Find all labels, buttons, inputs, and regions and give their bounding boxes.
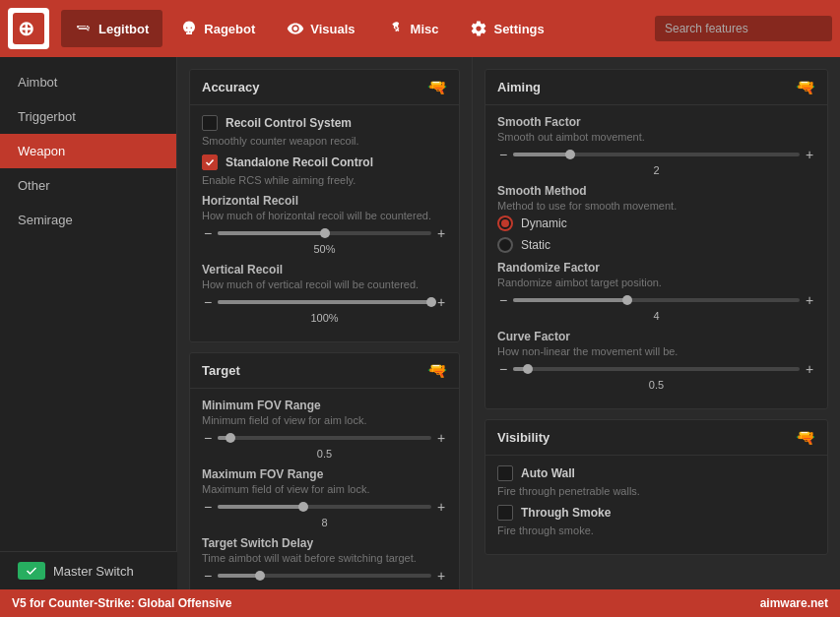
min-fov-bar[interactable]: [218, 436, 431, 440]
auto-wall-checkbox[interactable]: [497, 465, 513, 481]
vertical-recoil-plus[interactable]: +: [435, 294, 447, 310]
smooth-factor-label: Smooth Factor: [497, 115, 815, 129]
vertical-recoil-value: 100%: [202, 312, 447, 324]
tab-visuals-label: Visuals: [310, 22, 355, 36]
accuracy-body: Recoil Control System Smoothly counter w…: [190, 105, 459, 341]
sidebar-item-aimbot[interactable]: Aimbot: [0, 65, 176, 99]
status-bar: V5 for Counter-Strike: Global Offensive …: [0, 589, 840, 617]
target-header: Target 🔫: [190, 353, 459, 389]
target-body: Minimum FOV Range Minimum field of view …: [190, 389, 459, 589]
through-smoke-row: Through Smoke: [497, 505, 815, 521]
recoil-control-row: Recoil Control System: [202, 115, 447, 131]
horizontal-recoil-minus[interactable]: −: [202, 225, 214, 241]
status-bar-right: aimware.net: [760, 596, 828, 610]
master-switch-toggle[interactable]: [18, 562, 45, 580]
radio-dynamic[interactable]: [497, 216, 513, 231]
horizontal-recoil-bar[interactable]: [218, 231, 431, 235]
wrench-icon: [387, 20, 405, 37]
smooth-factor-bar[interactable]: [513, 153, 800, 156]
radio-static[interactable]: [497, 237, 513, 253]
accuracy-section: Accuracy 🔫 Recoil Control System Smoothl…: [189, 69, 460, 342]
max-fov-plus[interactable]: +: [435, 499, 447, 515]
auto-wall-desc: Fire through penetrable walls.: [497, 485, 815, 497]
vertical-recoil-minus[interactable]: −: [202, 294, 214, 310]
min-fov-minus[interactable]: −: [202, 430, 214, 446]
logo: ⊕: [8, 8, 49, 49]
max-fov-slider: Maximum FOV Range Maximum field of view …: [202, 467, 447, 528]
visibility-gun-icon: 🔫: [796, 428, 815, 447]
randomize-factor-plus[interactable]: +: [804, 292, 815, 308]
curve-factor-minus[interactable]: −: [497, 361, 509, 377]
auto-wall-row: Auto Wall: [497, 465, 815, 481]
target-gun-icon: 🔫: [427, 361, 447, 380]
skull-icon: [180, 20, 198, 37]
max-fov-desc: Maximum field of view for aim lock.: [202, 483, 447, 495]
content-area: Accuracy 🔫 Recoil Control System Smoothl…: [177, 57, 840, 589]
main-layout: Aimbot Triggerbot Weapon Other Semirage …: [0, 57, 840, 589]
randomize-factor-slider: Randomize Factor Randomize aimbot target…: [497, 261, 815, 322]
curve-factor-slider: Curve Factor How non-linear the movement…: [497, 330, 815, 391]
curve-factor-bar[interactable]: [513, 367, 800, 371]
status-bar-left: V5 for Counter-Strike: Global Offensive: [12, 596, 231, 610]
tab-visuals[interactable]: Visuals: [273, 10, 368, 47]
standalone-recoil-desc: Enable RCS while aiming freely.: [202, 174, 447, 186]
sidebar-item-weapon[interactable]: Weapon: [0, 134, 176, 168]
standalone-recoil-row: Standalone Recoil Control: [202, 154, 447, 170]
target-switch-minus[interactable]: −: [202, 568, 214, 584]
master-switch-label: Master Switch: [53, 564, 134, 579]
right-panel: Aiming 🔫 Smooth Factor Smooth out aimbot…: [473, 57, 840, 589]
accuracy-header: Accuracy 🔫: [190, 70, 459, 105]
radio-dynamic-row: Dynamic: [497, 216, 815, 231]
target-switch-label: Target Switch Delay: [202, 536, 447, 550]
max-fov-bar[interactable]: [218, 505, 431, 509]
target-switch-slider: Target Switch Delay Time aimbot will wai…: [202, 536, 447, 584]
sidebar-item-semirage[interactable]: Semirage: [0, 203, 176, 237]
sidebar-item-other[interactable]: Other: [0, 168, 176, 203]
search-input[interactable]: [655, 16, 832, 41]
tab-settings[interactable]: Settings: [456, 10, 557, 47]
through-smoke-checkbox[interactable]: [497, 505, 513, 521]
randomize-factor-bar[interactable]: [513, 298, 800, 302]
randomize-factor-label: Randomize Factor: [497, 261, 815, 275]
accuracy-title: Accuracy: [202, 80, 260, 94]
visibility-body: Auto Wall Fire through penetrable walls.…: [485, 456, 827, 554]
max-fov-minus[interactable]: −: [202, 499, 214, 515]
aiming-title: Aiming: [497, 80, 541, 94]
vertical-recoil-slider: Vertical Recoil How much of vertical rec…: [202, 263, 447, 324]
recoil-control-label: Recoil Control System: [226, 116, 352, 130]
svg-text:⊕: ⊕: [18, 18, 34, 39]
sidebar: Aimbot Triggerbot Weapon Other Semirage: [0, 57, 177, 589]
target-switch-plus[interactable]: +: [435, 568, 447, 584]
gun-icon: [75, 20, 93, 37]
tab-misc[interactable]: Misc: [373, 10, 453, 47]
curve-factor-plus[interactable]: +: [804, 361, 815, 377]
master-switch[interactable]: Master Switch: [0, 551, 177, 589]
vertical-recoil-track: − +: [202, 294, 447, 310]
aiming-gun-icon: 🔫: [796, 78, 815, 96]
vertical-recoil-bar[interactable]: [218, 300, 431, 304]
min-fov-label: Minimum FOV Range: [202, 399, 447, 412]
visibility-section: Visibility 🔫 Auto Wall Fire through pene…: [485, 419, 828, 555]
recoil-control-checkbox[interactable]: [202, 115, 218, 131]
through-smoke-desc: Fire through smoke.: [497, 524, 815, 536]
smooth-factor-value: 2: [497, 164, 815, 176]
gear-icon: [470, 20, 487, 37]
smooth-factor-desc: Smooth out aimbot movement.: [497, 131, 815, 143]
curve-factor-desc: How non-linear the movement will be.: [497, 345, 815, 357]
target-switch-bar[interactable]: [218, 574, 431, 578]
tab-ragebot[interactable]: Ragebot: [166, 10, 269, 47]
smooth-factor-plus[interactable]: +: [804, 147, 815, 162]
horizontal-recoil-track: − +: [202, 225, 447, 241]
tab-settings-label: Settings: [493, 22, 544, 36]
radio-dynamic-label: Dynamic: [521, 216, 567, 230]
standalone-recoil-checkbox[interactable]: [202, 154, 218, 170]
min-fov-plus[interactable]: +: [435, 430, 447, 446]
sidebar-item-triggerbot[interactable]: Triggerbot: [0, 99, 176, 134]
eye-icon: [287, 20, 304, 37]
horizontal-recoil-plus[interactable]: +: [435, 225, 447, 241]
randomize-factor-minus[interactable]: −: [497, 292, 509, 308]
accuracy-gun-icon: 🔫: [427, 78, 447, 96]
smooth-factor-minus[interactable]: −: [497, 147, 509, 162]
tab-legitbot[interactable]: Legitbot: [61, 10, 162, 47]
curve-factor-label: Curve Factor: [497, 330, 815, 343]
